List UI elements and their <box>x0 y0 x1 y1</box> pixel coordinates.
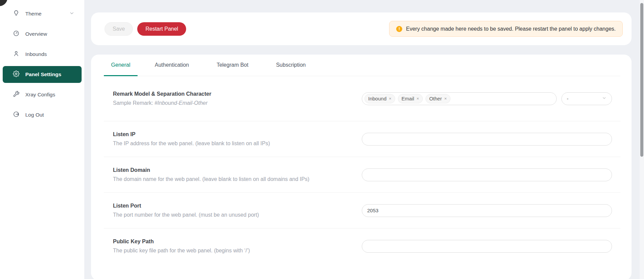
separator-selected-value: - <box>567 96 568 101</box>
logout-icon <box>13 111 20 119</box>
field-description: The port number for the web panel. (must… <box>113 212 348 218</box>
form-row-listen-domain: Listen Domain The domain name for the we… <box>104 157 620 193</box>
chevron-down-icon <box>69 11 74 17</box>
sidebar-item-label: Log Out <box>25 112 44 118</box>
lightbulb-icon <box>13 10 20 18</box>
chevron-down-icon <box>602 96 607 101</box>
restart-panel-button[interactable]: Restart Panel <box>137 22 186 36</box>
sidebar-item-inbounds[interactable]: Inbounds <box>3 46 82 63</box>
remove-tag-icon[interactable]: × <box>416 96 419 101</box>
toolbar-card: Save Restart Panel ! Every change made h… <box>91 12 632 45</box>
alert-text: Every change made here needs to be saved… <box>406 26 616 32</box>
field-description: Sample Remark:#Inbound-Email-Other <box>113 100 348 106</box>
sidebar-item-panel-settings[interactable]: Panel Settings <box>3 66 82 83</box>
sidebar-item-label: Panel Settings <box>25 71 61 78</box>
field-description: The public key file path for the web pan… <box>113 248 348 254</box>
restart-warning-alert: ! Every change made here needs to be sav… <box>389 21 623 37</box>
main-content: Save Restart Panel ! Every change made h… <box>84 0 644 279</box>
form-row-listen-ip: Listen IP The IP address for the web pan… <box>104 121 620 157</box>
tag-label: Other <box>429 96 442 101</box>
save-button[interactable]: Save <box>105 22 133 36</box>
sidebar-item-label: Overview <box>25 31 47 37</box>
tab-telegram-bot[interactable]: Telegram Bot <box>206 55 259 76</box>
settings-card: General Authentication Telegram Bot Subs… <box>91 55 632 279</box>
field-label: Public Key Path <box>113 239 348 245</box>
row-labels: Listen IP The IP address for the web pan… <box>113 131 362 147</box>
form-row-remark-model: Remark Model & Separation Character Samp… <box>104 76 620 121</box>
form-row-public-key-path: Public Key Path The public key file path… <box>104 228 620 264</box>
sidebar-item-label: Inbounds <box>25 51 47 57</box>
remove-tag-icon[interactable]: × <box>389 96 391 101</box>
listen-ip-input[interactable] <box>362 133 612 146</box>
row-labels: Listen Port The port number for the web … <box>113 203 362 218</box>
separator-character-select[interactable]: - <box>561 92 612 105</box>
field-label: Remark Model & Separation Character <box>113 91 348 97</box>
listen-domain-input[interactable] <box>362 168 612 181</box>
listen-port-input[interactable] <box>362 204 612 217</box>
field-label: Listen Port <box>113 203 348 209</box>
sidebar-item-logout[interactable]: Log Out <box>3 106 82 123</box>
row-controls: Inbound × Email × Other × - <box>362 92 612 105</box>
row-labels: Remark Model & Separation Character Samp… <box>113 91 362 106</box>
field-label: Listen Domain <box>113 167 348 173</box>
tag-label: Inbound <box>368 96 386 101</box>
remove-tag-icon[interactable]: × <box>444 96 447 101</box>
row-controls <box>362 204 612 217</box>
remark-model-multiselect[interactable]: Inbound × Email × Other × <box>362 92 557 105</box>
sidebar-item-xray-configs[interactable]: Xray Configs <box>3 86 82 103</box>
remark-tag-other[interactable]: Other × <box>426 94 450 103</box>
field-description: The domain name for the web panel. (leav… <box>113 176 348 182</box>
gear-icon <box>13 70 20 79</box>
warning-icon: ! <box>396 26 402 32</box>
sample-remark-value: #Inbound-Email-Other <box>154 100 207 106</box>
remark-tag-email[interactable]: Email × <box>398 94 423 103</box>
remark-tag-inbound[interactable]: Inbound × <box>364 94 395 103</box>
tab-general[interactable]: General <box>104 55 138 76</box>
row-labels: Listen Domain The domain name for the we… <box>113 167 362 182</box>
row-controls <box>362 168 612 181</box>
sidebar-item-overview[interactable]: Overview <box>3 26 82 42</box>
field-label: Listen IP <box>113 131 348 137</box>
dashboard-icon <box>13 30 20 38</box>
sidebar-nav: Theme Overview Inbounds Panel Settings <box>0 0 84 123</box>
sidebar-item-theme[interactable]: Theme <box>3 5 82 22</box>
sample-remark-prefix: Sample Remark: <box>113 100 153 106</box>
tab-authentication[interactable]: Authentication <box>144 55 199 76</box>
sidebar: Theme Overview Inbounds Panel Settings <box>0 0 84 279</box>
settings-tabs: General Authentication Telegram Bot Subs… <box>104 55 620 76</box>
tag-label: Email <box>402 96 414 101</box>
row-controls <box>362 240 612 253</box>
form-row-listen-port: Listen Port The port number for the web … <box>104 193 620 228</box>
scrollbar-thumb[interactable] <box>640 3 643 157</box>
field-description: The IP address for the web panel. (leave… <box>113 141 348 147</box>
wrench-icon <box>13 91 20 99</box>
row-labels: Public Key Path The public key file path… <box>113 239 362 254</box>
public-key-path-input[interactable] <box>362 240 612 253</box>
row-controls <box>362 133 612 146</box>
sidebar-item-label: Xray Configs <box>25 92 55 98</box>
user-icon <box>13 50 20 58</box>
tab-subscription[interactable]: Subscription <box>266 55 316 76</box>
scrollbar <box>640 0 644 279</box>
sidebar-item-label: Theme <box>25 11 41 17</box>
